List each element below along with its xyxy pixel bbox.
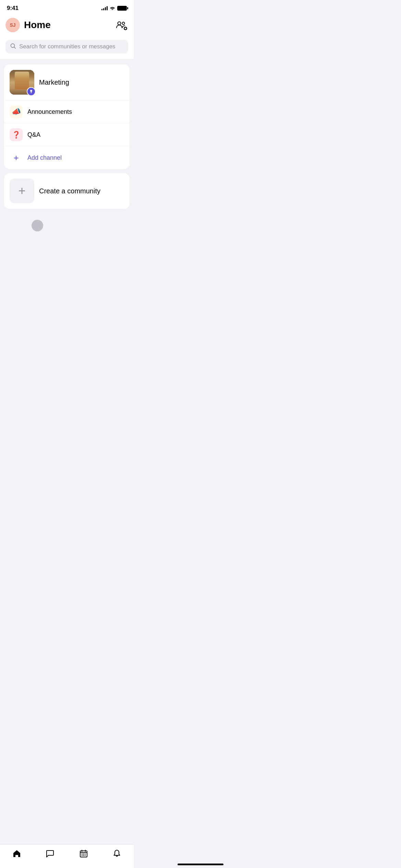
svg-point-1 [122,22,125,25]
channel-item-announcements[interactable]: 📣 Announcements [4,100,130,123]
scroll-indicator-area [4,213,130,238]
search-icon [10,43,16,50]
svg-point-0 [118,22,121,25]
svg-point-9 [19,72,25,80]
status-time: 9:41 [7,5,19,12]
wifi-icon [110,5,115,11]
add-channel-icon: + [10,151,23,164]
svg-rect-15 [17,88,27,89]
scroll-dot [32,220,43,231]
search-container: Search for communities or messages [0,37,134,59]
community-header[interactable]: Marketing [4,64,130,100]
svg-rect-12 [17,81,27,95]
svg-line-6 [14,47,15,48]
status-icons [101,5,127,11]
svg-rect-11 [16,80,28,95]
community-image-wrapper [10,70,34,95]
channel-item-qa[interactable]: ❓ Q&A [4,123,130,146]
avatar[interactable]: SJ [5,18,20,32]
main-content: Marketing 📣 Announcements ❓ Q&A + Add ch… [0,59,134,244]
header-left: SJ Home [5,18,51,32]
add-channel-item[interactable]: + Add channel [4,146,130,169]
page-title: Home [24,20,51,31]
announcements-icon: 📣 [10,105,23,118]
battery-icon [117,6,127,11]
community-name: Marketing [39,79,69,86]
community-card: Marketing 📣 Announcements ❓ Q&A + Add ch… [4,64,130,169]
status-bar: 9:41 [0,0,134,14]
add-community-icon [115,19,127,31]
search-placeholder: Search for communities or messages [19,43,116,50]
svg-rect-14 [16,89,27,95]
channel-name-announcements: Announcements [27,108,72,116]
header: SJ Home [0,14,134,37]
create-community-card[interactable]: + Create a community [4,173,130,209]
add-community-button[interactable] [114,18,128,32]
community-badge [27,87,36,96]
qa-icon: ❓ [10,128,23,141]
create-community-label: Create a community [39,187,100,195]
channel-name-qa: Q&A [27,131,40,138]
add-channel-label: Add channel [27,154,62,161]
create-community-icon: + [10,179,34,203]
signal-icon [101,6,108,10]
svg-point-10 [18,72,26,78]
search-bar[interactable]: Search for communities or messages [5,40,128,53]
